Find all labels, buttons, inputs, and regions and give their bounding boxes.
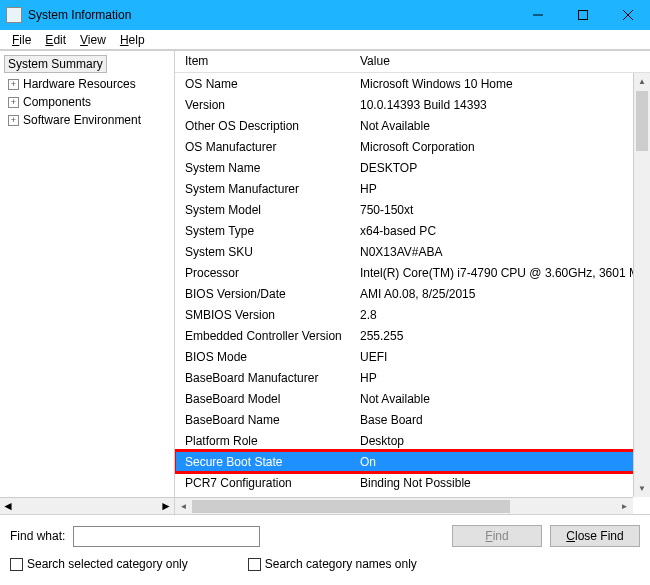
cell-value: UEFI [354, 350, 650, 364]
cell-value: AMI A0.08, 8/25/2015 [354, 287, 650, 301]
table-row[interactable]: Embedded Controller Version255.255 [175, 325, 650, 346]
cell-item: BIOS Mode [179, 350, 354, 364]
tree-children: +Hardware Resources +Components +Softwar… [4, 75, 174, 129]
cell-item: Processor [179, 266, 354, 280]
cell-value: Microsoft Corporation [354, 140, 650, 154]
cell-value: Intel(R) Core(TM) i7-4790 CPU @ 3.60GHz,… [354, 266, 650, 280]
cell-item: System Manufacturer [179, 182, 354, 196]
checkbox-icon [248, 558, 261, 571]
menu-view[interactable]: View [74, 32, 112, 47]
column-value[interactable]: Value [354, 51, 396, 72]
scroll-thumb[interactable] [636, 91, 648, 151]
list-hscrollbar[interactable]: ◄ ► [175, 497, 633, 514]
cell-value: Binding Not Possible [354, 476, 650, 490]
table-row[interactable]: OS ManufacturerMicrosoft Corporation [175, 136, 650, 157]
table-row[interactable]: BaseBoard ManufacturerHP [175, 367, 650, 388]
cell-item: System Type [179, 224, 354, 238]
list-header: Item Value [175, 51, 650, 73]
cell-item: Embedded Controller Version [179, 329, 354, 343]
cell-item: BIOS Version/Date [179, 287, 354, 301]
table-row[interactable]: ProcessorIntel(R) Core(TM) i7-4790 CPU @… [175, 262, 650, 283]
tree-node-software[interactable]: +Software Environment [4, 111, 174, 129]
maximize-button[interactable] [560, 0, 605, 30]
expand-icon[interactable]: + [8, 115, 19, 126]
list-vscrollbar[interactable]: ▲ ▼ [633, 73, 650, 497]
list-pane: Item Value OS NameMicrosoft Windows 10 H… [175, 51, 650, 514]
cell-value: 750-150xt [354, 203, 650, 217]
table-row[interactable]: System NameDESKTOP [175, 157, 650, 178]
tree-root-selected[interactable]: System Summary [4, 55, 107, 73]
cell-item: System SKU [179, 245, 354, 259]
scroll-down-icon[interactable]: ▼ [634, 480, 650, 497]
menu-edit[interactable]: Edit [39, 32, 72, 47]
expand-icon[interactable]: + [8, 79, 19, 90]
table-row[interactable]: BIOS Version/DateAMI A0.08, 8/25/2015 [175, 283, 650, 304]
close-button[interactable] [605, 0, 650, 30]
table-row[interactable]: BaseBoard NameBase Board [175, 409, 650, 430]
cell-item: OS Manufacturer [179, 140, 354, 154]
expand-icon[interactable]: + [8, 97, 19, 108]
cell-item: System Model [179, 203, 354, 217]
cell-item: Version [179, 98, 354, 112]
menu-file[interactable]: File [6, 32, 37, 47]
search-selected-checkbox[interactable]: Search selected category only [10, 557, 188, 571]
cell-value: Desktop [354, 434, 650, 448]
table-row[interactable]: BaseBoard ModelNot Available [175, 388, 650, 409]
cell-item: BaseBoard Model [179, 392, 354, 406]
cell-item: Platform Role [179, 434, 354, 448]
search-names-checkbox[interactable]: Search category names only [248, 557, 417, 571]
table-row[interactable]: PCR7 ConfigurationBinding Not Possible [175, 472, 650, 493]
tree-node-components[interactable]: +Components [4, 93, 174, 111]
tree-node-hardware[interactable]: +Hardware Resources [4, 75, 174, 93]
menu-help[interactable]: Help [114, 32, 151, 47]
cell-value: 2.8 [354, 308, 650, 322]
cell-item: PCR7 Configuration [179, 476, 354, 490]
table-row[interactable]: SMBIOS Version2.8 [175, 304, 650, 325]
table-row[interactable]: System Model750-150xt [175, 199, 650, 220]
close-find-button[interactable]: Close Find [550, 525, 640, 547]
cell-item: System Name [179, 161, 354, 175]
titlebar[interactable]: System Information [0, 0, 650, 30]
checkbox-icon [10, 558, 23, 571]
column-item[interactable]: Item [179, 51, 354, 72]
table-row[interactable]: BIOS ModeUEFI [175, 346, 650, 367]
cell-value: N0X13AV#ABA [354, 245, 650, 259]
table-row[interactable]: Version10.0.14393 Build 14393 [175, 94, 650, 115]
table-row[interactable]: System SKUN0X13AV#ABA [175, 241, 650, 262]
tree-hscrollbar[interactable]: ◄► [0, 497, 174, 514]
app-icon [6, 7, 22, 23]
cell-value: x64-based PC [354, 224, 650, 238]
find-button[interactable]: Find [452, 525, 542, 547]
svg-rect-1 [578, 11, 587, 20]
cell-value: On [354, 455, 650, 469]
minimize-button[interactable] [515, 0, 560, 30]
cell-item: BaseBoard Manufacturer [179, 371, 354, 385]
table-row[interactable]: Other OS DescriptionNot Available [175, 115, 650, 136]
table-row[interactable]: Platform RoleDesktop [175, 430, 650, 451]
menubar: File Edit View Help [0, 30, 650, 50]
find-input[interactable] [73, 526, 259, 547]
table-row[interactable]: System Typex64-based PC [175, 220, 650, 241]
table-row[interactable]: System ManufacturerHP [175, 178, 650, 199]
cell-value: Not Available [354, 392, 650, 406]
window-title: System Information [28, 8, 515, 22]
scroll-up-icon[interactable]: ▲ [634, 73, 650, 90]
cell-value: 10.0.14393 Build 14393 [354, 98, 650, 112]
cell-value: HP [354, 371, 650, 385]
cell-item: OS Name [179, 77, 354, 91]
tree-pane: System Summary +Hardware Resources +Comp… [0, 51, 175, 514]
table-row[interactable]: Secure Boot StateOn [175, 451, 650, 472]
cell-value: DESKTOP [354, 161, 650, 175]
cell-value: Not Available [354, 119, 650, 133]
cell-item: Secure Boot State [179, 455, 354, 469]
table-row[interactable]: OS NameMicrosoft Windows 10 Home [175, 73, 650, 94]
scroll-right-icon[interactable]: ► [616, 502, 633, 511]
cell-value: Microsoft Windows 10 Home [354, 77, 650, 91]
cell-item: SMBIOS Version [179, 308, 354, 322]
scroll-left-icon[interactable]: ◄ [175, 502, 192, 511]
hscroll-thumb[interactable] [192, 500, 510, 513]
cell-value: Base Board [354, 413, 650, 427]
content-area: System Summary +Hardware Resources +Comp… [0, 50, 650, 514]
cell-item: BaseBoard Name [179, 413, 354, 427]
list-rows: OS NameMicrosoft Windows 10 HomeVersion1… [175, 73, 650, 493]
